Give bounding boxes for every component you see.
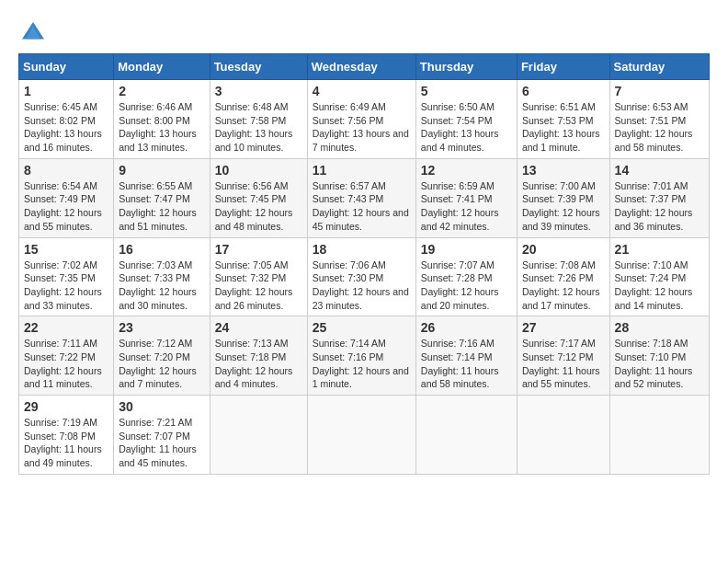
day-info: Sunrise: 7:06 AMSunset: 7:30 PMDaylight:… bbox=[313, 259, 409, 311]
logo bbox=[18, 18, 51, 44]
day-number: 20 bbox=[522, 242, 605, 257]
calendar-cell: 8Sunrise: 6:54 AMSunset: 7:49 PMDaylight… bbox=[19, 158, 114, 237]
day-info: Sunrise: 6:55 AMSunset: 7:47 PMDaylight:… bbox=[119, 180, 197, 232]
day-number: 23 bbox=[119, 320, 204, 335]
header-thursday: Thursday bbox=[415, 54, 517, 80]
day-number: 3 bbox=[215, 84, 302, 98]
day-info: Sunrise: 6:56 AMSunset: 7:45 PMDaylight:… bbox=[215, 180, 293, 232]
day-number: 2 bbox=[119, 84, 204, 98]
day-info: Sunrise: 7:01 AMSunset: 7:37 PMDaylight:… bbox=[615, 180, 693, 232]
day-info: Sunrise: 6:45 AMSunset: 8:02 PMDaylight:… bbox=[24, 101, 102, 153]
calendar-cell bbox=[517, 396, 609, 475]
day-info: Sunrise: 7:03 AMSunset: 7:33 PMDaylight:… bbox=[119, 259, 197, 311]
day-number: 19 bbox=[421, 242, 512, 257]
day-number: 16 bbox=[119, 242, 204, 257]
day-number: 18 bbox=[313, 242, 411, 257]
day-info: Sunrise: 6:49 AMSunset: 7:56 PMDaylight:… bbox=[313, 101, 409, 153]
header-friday: Friday bbox=[517, 54, 609, 80]
calendar-cell: 27Sunrise: 7:17 AMSunset: 7:12 PMDayligh… bbox=[517, 316, 609, 396]
header-monday: Monday bbox=[114, 54, 210, 80]
calendar-cell: 17Sunrise: 7:05 AMSunset: 7:32 PMDayligh… bbox=[210, 237, 307, 316]
calendar-cell: 14Sunrise: 7:01 AMSunset: 7:37 PMDayligh… bbox=[609, 158, 709, 237]
day-number: 8 bbox=[24, 163, 108, 178]
day-info: Sunrise: 7:05 AMSunset: 7:32 PMDaylight:… bbox=[215, 259, 293, 311]
day-number: 10 bbox=[215, 163, 302, 178]
calendar-cell: 3Sunrise: 6:48 AMSunset: 7:58 PMDaylight… bbox=[210, 80, 307, 159]
calendar-cell: 21Sunrise: 7:10 AMSunset: 7:24 PMDayligh… bbox=[609, 237, 709, 316]
day-info: Sunrise: 6:59 AMSunset: 7:41 PMDaylight:… bbox=[421, 180, 499, 232]
calendar-cell bbox=[210, 396, 307, 475]
header-sunday: Sunday bbox=[19, 54, 114, 80]
day-number: 15 bbox=[24, 242, 108, 257]
calendar-cell: 15Sunrise: 7:02 AMSunset: 7:35 PMDayligh… bbox=[19, 237, 114, 316]
day-info: Sunrise: 7:13 AMSunset: 7:18 PMDaylight:… bbox=[215, 338, 293, 389]
day-number: 21 bbox=[615, 242, 704, 257]
calendar-cell bbox=[415, 396, 517, 475]
day-info: Sunrise: 7:17 AMSunset: 7:12 PMDaylight:… bbox=[522, 338, 600, 389]
calendar-cell: 2Sunrise: 6:46 AMSunset: 8:00 PMDaylight… bbox=[114, 80, 210, 159]
day-info: Sunrise: 6:57 AMSunset: 7:43 PMDaylight:… bbox=[313, 180, 409, 232]
day-number: 27 bbox=[522, 320, 605, 335]
day-number: 29 bbox=[24, 399, 108, 414]
calendar-cell: 9Sunrise: 6:55 AMSunset: 7:47 PMDaylight… bbox=[114, 158, 210, 237]
day-number: 6 bbox=[522, 84, 605, 98]
week-row-1: 1Sunrise: 6:45 AMSunset: 8:02 PMDaylight… bbox=[19, 80, 710, 159]
day-number: 1 bbox=[24, 84, 108, 98]
calendar-cell: 30Sunrise: 7:21 AMSunset: 7:07 PMDayligh… bbox=[114, 396, 210, 475]
day-info: Sunrise: 7:11 AMSunset: 7:22 PMDaylight:… bbox=[24, 338, 102, 389]
calendar-cell: 10Sunrise: 6:56 AMSunset: 7:45 PMDayligh… bbox=[210, 158, 307, 237]
calendar-cell bbox=[609, 396, 709, 475]
week-row-2: 8Sunrise: 6:54 AMSunset: 7:49 PMDaylight… bbox=[19, 158, 710, 237]
calendar-cell: 20Sunrise: 7:08 AMSunset: 7:26 PMDayligh… bbox=[517, 237, 609, 316]
day-number: 14 bbox=[615, 163, 704, 178]
calendar-table: SundayMondayTuesdayWednesdayThursdayFrid… bbox=[18, 53, 710, 475]
week-row-4: 22Sunrise: 7:11 AMSunset: 7:22 PMDayligh… bbox=[19, 316, 710, 396]
day-number: 5 bbox=[421, 84, 512, 98]
calendar-cell: 23Sunrise: 7:12 AMSunset: 7:20 PMDayligh… bbox=[114, 316, 210, 396]
day-info: Sunrise: 6:48 AMSunset: 7:58 PMDaylight:… bbox=[215, 101, 293, 153]
day-info: Sunrise: 7:21 AMSunset: 7:07 PMDaylight:… bbox=[119, 417, 197, 468]
day-info: Sunrise: 6:50 AMSunset: 7:54 PMDaylight:… bbox=[421, 101, 499, 153]
day-number: 13 bbox=[522, 163, 605, 178]
day-number: 30 bbox=[119, 399, 204, 414]
day-info: Sunrise: 7:16 AMSunset: 7:14 PMDaylight:… bbox=[421, 338, 499, 389]
calendar-body: 1Sunrise: 6:45 AMSunset: 8:02 PMDaylight… bbox=[19, 80, 710, 475]
logo-icon bbox=[18, 18, 48, 44]
calendar-cell: 13Sunrise: 7:00 AMSunset: 7:39 PMDayligh… bbox=[517, 158, 609, 237]
calendar-cell: 25Sunrise: 7:14 AMSunset: 7:16 PMDayligh… bbox=[307, 316, 415, 396]
calendar-cell: 18Sunrise: 7:06 AMSunset: 7:30 PMDayligh… bbox=[307, 237, 415, 316]
day-info: Sunrise: 6:54 AMSunset: 7:49 PMDaylight:… bbox=[24, 180, 102, 232]
day-number: 22 bbox=[24, 320, 108, 335]
day-info: Sunrise: 6:51 AMSunset: 7:53 PMDaylight:… bbox=[522, 101, 600, 153]
calendar-cell: 26Sunrise: 7:16 AMSunset: 7:14 PMDayligh… bbox=[415, 316, 517, 396]
week-row-3: 15Sunrise: 7:02 AMSunset: 7:35 PMDayligh… bbox=[19, 237, 710, 316]
calendar-cell: 22Sunrise: 7:11 AMSunset: 7:22 PMDayligh… bbox=[19, 316, 114, 396]
weekday-header-row: SundayMondayTuesdayWednesdayThursdayFrid… bbox=[19, 54, 710, 80]
day-number: 11 bbox=[313, 163, 411, 178]
day-info: Sunrise: 7:07 AMSunset: 7:28 PMDaylight:… bbox=[421, 259, 499, 311]
calendar-cell: 28Sunrise: 7:18 AMSunset: 7:10 PMDayligh… bbox=[609, 316, 709, 396]
header-wednesday: Wednesday bbox=[307, 54, 415, 80]
day-number: 9 bbox=[119, 163, 204, 178]
day-info: Sunrise: 7:12 AMSunset: 7:20 PMDaylight:… bbox=[119, 338, 197, 389]
day-number: 24 bbox=[215, 320, 302, 335]
calendar-cell: 5Sunrise: 6:50 AMSunset: 7:54 PMDaylight… bbox=[415, 80, 517, 159]
calendar-cell: 7Sunrise: 6:53 AMSunset: 7:51 PMDaylight… bbox=[609, 80, 709, 159]
page-header bbox=[18, 18, 710, 44]
day-info: Sunrise: 7:08 AMSunset: 7:26 PMDaylight:… bbox=[522, 259, 600, 311]
calendar-cell: 1Sunrise: 6:45 AMSunset: 8:02 PMDaylight… bbox=[19, 80, 114, 159]
day-info: Sunrise: 7:00 AMSunset: 7:39 PMDaylight:… bbox=[522, 180, 600, 232]
header-saturday: Saturday bbox=[609, 54, 709, 80]
calendar-cell: 16Sunrise: 7:03 AMSunset: 7:33 PMDayligh… bbox=[114, 237, 210, 316]
calendar-cell: 4Sunrise: 6:49 AMSunset: 7:56 PMDaylight… bbox=[307, 80, 415, 159]
day-number: 12 bbox=[421, 163, 512, 178]
week-row-5: 29Sunrise: 7:19 AMSunset: 7:08 PMDayligh… bbox=[19, 396, 710, 475]
day-info: Sunrise: 7:10 AMSunset: 7:24 PMDaylight:… bbox=[615, 259, 693, 311]
calendar-cell: 11Sunrise: 6:57 AMSunset: 7:43 PMDayligh… bbox=[307, 158, 415, 237]
calendar-header: SundayMondayTuesdayWednesdayThursdayFrid… bbox=[19, 54, 710, 80]
day-info: Sunrise: 6:46 AMSunset: 8:00 PMDaylight:… bbox=[119, 101, 197, 153]
calendar-cell: 29Sunrise: 7:19 AMSunset: 7:08 PMDayligh… bbox=[19, 396, 114, 475]
day-info: Sunrise: 7:19 AMSunset: 7:08 PMDaylight:… bbox=[24, 417, 102, 468]
day-number: 25 bbox=[313, 320, 411, 335]
day-number: 28 bbox=[615, 320, 704, 335]
